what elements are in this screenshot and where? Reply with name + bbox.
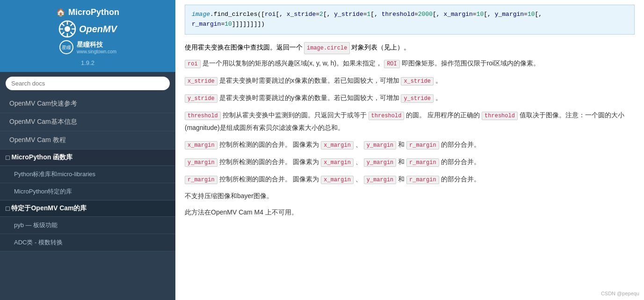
ymargin-code3: r_margin: [406, 158, 439, 167]
xmargin-code2: y_margin: [364, 141, 397, 150]
xmargin-sep2: 和: [398, 141, 405, 148]
sidebar-header: 🏠 MicroPython OpenMV: [0, 0, 175, 72]
sidebar-item-quickref[interactable]: OpenMV Cam快速参考: [0, 95, 175, 113]
sidebar-logos: OpenMV 星瞳 星瞳科技 www.singtown.com: [5, 20, 171, 55]
code-block: image.find_circles([roi[, x_stride=2[, y…: [185, 5, 635, 35]
para-intro-text2: 对象列表（见上）。: [351, 41, 410, 54]
section-micropython-toggle: □: [6, 154, 9, 161]
xstride-code2: x_stride: [401, 77, 434, 86]
rmargin-text2: 的部分合并。: [441, 175, 480, 183]
ymargin-code1: x_margin: [321, 158, 354, 167]
sidebar-title-bar: 🏠 MicroPython: [56, 7, 119, 17]
watermark: CSDN @pepequ: [601, 291, 639, 296]
svg-point-1: [65, 26, 70, 32]
ystride-text1: 是霍夫变换时需要跳过的y像素的数量。若已知圆较大，可增加: [219, 94, 399, 101]
ymargin-code2: y_margin: [364, 158, 397, 167]
section-micropython-label: MicroPython 函数库: [11, 153, 72, 162]
threshold-text2: 的圆。 应用程序的正确的: [406, 111, 480, 119]
sidebar-item-micropython-lib[interactable]: MicroPython特定的库: [0, 183, 175, 200]
para-intro-text1: 使用霍夫变换在图像中查找圆。返回一个: [185, 41, 303, 54]
section-openmv-toggle: □: [6, 205, 9, 212]
para-threshold: threshold 控制从霍夫变换中监测到的圆。只返回大于或等于 thresho…: [185, 109, 635, 134]
para-xstride: x_stride 是霍夫变换时需要跳过的x像素的数量。若已知圆较大，可增加 x_…: [185, 74, 635, 87]
content-area: image.find_circles([roi[, x_stride=2[, y…: [175, 0, 644, 232]
roi-text2: 即图像矩形。操作范围仅限于roi区域内的像素。: [402, 59, 540, 67]
roi-code: roi: [185, 60, 201, 68]
xmargin-code: x_margin: [185, 141, 217, 150]
para-rmargin: r_margin 控制所检测的圆的合并。 圆像素为 x_margin 、 y_m…: [185, 173, 635, 186]
svg-line-8: [70, 23, 73, 26]
para-roi: roi 是一个用以复制的矩形的感兴趣区域(x, y, w, h)。如果未指定， …: [185, 57, 635, 70]
ymargin-code: y_margin: [185, 158, 217, 167]
note-m4: 此方法在OpenMV Cam M4 上不可用。: [185, 207, 635, 218]
ymargin-text2: 的部分合并。: [441, 158, 480, 165]
openmv-icon: [58, 20, 76, 38]
singtown-label: 星瞳科技: [77, 41, 103, 49]
sidebar-item-stdlib[interactable]: Python标准库和micro-libraries: [0, 166, 175, 183]
ymargin-text1: 控制所检测的圆的合并。 圆像素为: [219, 158, 319, 165]
threshold-text1: 控制从霍夫变换中监测到的圆。只返回大于或等于: [223, 111, 367, 119]
ymargin-sep2: 和: [398, 158, 405, 165]
svg-line-6: [61, 23, 64, 26]
main-content: image.find_circles([roi[, x_stride=2[, y…: [175, 0, 644, 300]
sidebar-item-basic[interactable]: OpenMV Cam基本信息: [0, 113, 175, 131]
sidebar-item-pyb[interactable]: pyb — 板级功能: [0, 217, 175, 234]
singtown-url: www.singtown.com: [77, 49, 116, 54]
section-openmv-lib[interactable]: □ 特定于OpenMV Cam的库: [0, 200, 175, 217]
sidebar-title-text: MicroPython: [68, 7, 119, 17]
sidebar-item-tutorial[interactable]: OpenMV Cam 教程: [0, 131, 175, 150]
roi-text1: 是一个用以复制的矩形的感兴趣区域(x, y, w, h)。如果未指定，: [203, 59, 383, 67]
search-container: [0, 72, 175, 95]
rmargin-code2: y_margin: [364, 176, 397, 184]
para-ymargin: y_margin 控制所检测的圆的合并。 圆像素为 x_margin 、 y_m…: [185, 156, 635, 168]
nav-items: OpenMV Cam快速参考 OpenMV Cam基本信息 OpenMV Cam…: [0, 95, 175, 300]
rmargin-sep2: 和: [398, 175, 405, 183]
section-micropython[interactable]: □ MicroPython 函数库: [0, 150, 175, 166]
search-input[interactable]: [6, 77, 170, 90]
section-openmv-label: 特定于OpenMV Cam的库: [11, 204, 87, 213]
version-badge: 1.9.2: [81, 59, 94, 66]
xstride-end: 。: [435, 77, 442, 84]
openmv-logo: OpenMV: [58, 20, 117, 38]
singtown-logo: 星瞳 星瞳科技 www.singtown.com: [59, 40, 116, 55]
xmargin-text2: 的部分合并。: [441, 141, 480, 148]
svg-line-7: [70, 32, 73, 35]
singtown-icon: 星瞳: [59, 40, 74, 55]
note-no-compressed: 不支持压缩图像和bayer图像。: [185, 190, 635, 202]
svg-text:星瞳: 星瞳: [62, 45, 71, 50]
threshold-code: threshold: [185, 112, 221, 120]
xstride-text1: 是霍夫变换时需要跳过的x像素的数量。若已知圆较大，可增加: [219, 77, 399, 84]
xstride-code: x_stride: [185, 77, 217, 86]
ystride-end: 。: [435, 94, 442, 101]
threshold-code2: threshold: [369, 112, 405, 120]
para-xmargin: x_margin 控制所检测的圆的合并。 圆像素为 x_margin 、 y_m…: [185, 138, 635, 151]
xmargin-code1: x_margin: [321, 141, 354, 150]
xmargin-code3: r_margin: [406, 141, 439, 150]
openmv-label: OpenMV: [79, 24, 117, 35]
svg-line-9: [61, 32, 64, 35]
rmargin-text1: 控制所检测的圆的合并。 圆像素为: [219, 175, 319, 183]
rmargin-code: r_margin: [185, 176, 217, 184]
rmargin-code1: x_margin: [321, 176, 354, 184]
sidebar: 🏠 MicroPython OpenMV: [0, 0, 175, 300]
xmargin-text1: 控制所检测的圆的合并。 圆像素为: [219, 141, 319, 148]
ystride-code: y_stride: [185, 94, 217, 103]
ystride-code2: y_stride: [401, 94, 434, 103]
house-icon: 🏠: [56, 8, 65, 17]
roi-code2: ROI: [384, 60, 400, 68]
para-intro-code: image.circle: [304, 42, 350, 55]
threshold-code3: threshold: [482, 112, 518, 120]
rmargin-code3: r_margin: [406, 176, 439, 184]
rmargin-sep1: 、: [355, 175, 362, 183]
para-intro: 使用霍夫变换在图像中查找圆。返回一个 image.circle 对象列表（见上）…: [185, 41, 635, 55]
sidebar-item-adc[interactable]: ADC类 - 模数转换: [0, 234, 175, 251]
ymargin-sep1: 、: [355, 158, 362, 165]
xmargin-sep1: 、: [355, 141, 362, 148]
para-ystride: y_stride 是霍夫变换时需要跳过的y像素的数量。若已知圆较大，可增加 y_…: [185, 92, 635, 104]
